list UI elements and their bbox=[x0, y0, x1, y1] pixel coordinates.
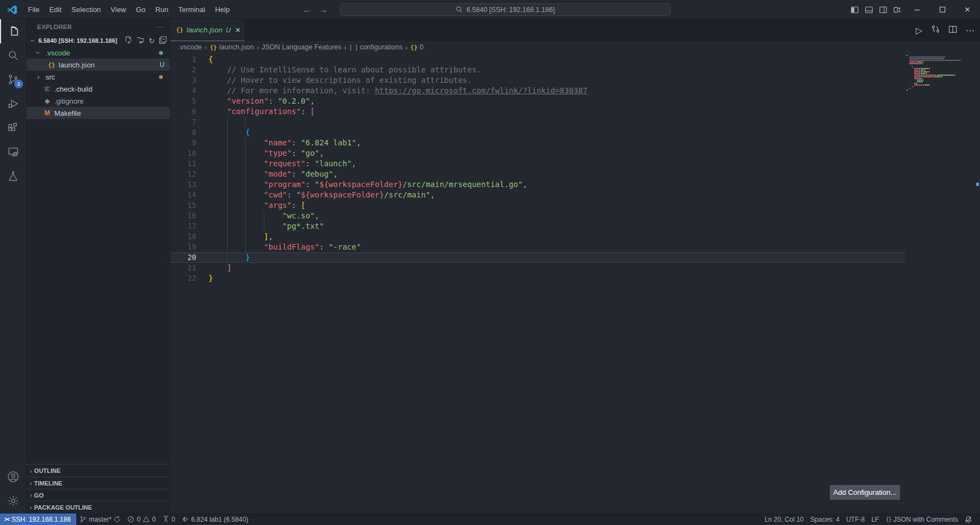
close-button[interactable]: ✕ bbox=[955, 0, 980, 19]
new-file-icon[interactable] bbox=[124, 36, 132, 46]
explorer-section-header[interactable]: › 6.5840 [SSH: 192.168.1.186] ↻ bbox=[26, 35, 170, 47]
code-line[interactable]: 17"pg*.txt" bbox=[171, 221, 905, 232]
line-number: 8 bbox=[171, 127, 196, 138]
menu-terminal[interactable]: Terminal bbox=[173, 3, 210, 17]
eol-sequence[interactable]: LF bbox=[868, 516, 882, 523]
maximize-button[interactable] bbox=[930, 0, 955, 19]
code-line[interactable]: 13"program": "${workspaceFolder}/src/mai… bbox=[171, 179, 905, 190]
activity-remote-explorer[interactable] bbox=[0, 140, 26, 164]
minimize-button[interactable]: ─ bbox=[904, 0, 930, 19]
split-editor-icon[interactable] bbox=[949, 25, 957, 36]
menu-edit[interactable]: Edit bbox=[44, 3, 66, 17]
indent-guide bbox=[227, 179, 246, 190]
minimap-token bbox=[914, 71, 920, 72]
token: "go" bbox=[301, 148, 320, 159]
code-line[interactable]: 12"mode": "debug", bbox=[171, 169, 905, 179]
section-outline[interactable]: ›OUTLINE bbox=[26, 465, 170, 477]
token: "pg*.txt" bbox=[282, 221, 324, 232]
section-label: GO bbox=[34, 492, 43, 499]
activity-testing[interactable] bbox=[0, 164, 26, 188]
code-line[interactable]: 8{ bbox=[171, 127, 905, 138]
account-icon[interactable] bbox=[0, 465, 26, 489]
code-line[interactable]: 2// Use IntelliSense to learn about poss… bbox=[171, 65, 905, 75]
window-controls: ─ ✕ bbox=[904, 0, 980, 19]
breadcrumb-item-0[interactable]: {}0 bbox=[410, 43, 423, 51]
code-line[interactable]: 6"configurations": [ bbox=[171, 106, 905, 117]
menu-view[interactable]: View bbox=[106, 3, 131, 17]
refresh-icon[interactable]: ↻ bbox=[149, 37, 155, 45]
code-line[interactable]: 11"request": "launch", bbox=[171, 159, 905, 169]
encoding[interactable]: UTF-8 bbox=[843, 516, 868, 523]
tab-close-icon[interactable]: ✕ bbox=[235, 26, 241, 34]
back-icon[interactable]: ← bbox=[303, 5, 311, 15]
minimap-line bbox=[906, 55, 969, 56]
notifications-bell-icon[interactable] bbox=[961, 516, 976, 523]
code-line[interactable]: 19"buildFlags": "-race" bbox=[171, 242, 905, 252]
activity-source-control[interactable]: 2 bbox=[0, 67, 26, 92]
code-line[interactable]: 5"version": "0.2.0", bbox=[171, 96, 905, 106]
customize-layout-icon[interactable] bbox=[890, 6, 904, 14]
more-actions-icon[interactable]: ⋯ bbox=[966, 25, 975, 36]
problems-item[interactable]: 0 0 bbox=[124, 516, 158, 523]
cursor-position[interactable]: Ln 20, Col 10 bbox=[761, 516, 807, 523]
tree-item-makefile[interactable]: MMakefile bbox=[26, 107, 170, 119]
menu-help[interactable]: Help bbox=[210, 3, 235, 17]
section-go[interactable]: ›GO bbox=[26, 489, 170, 501]
new-folder-icon[interactable] bbox=[137, 36, 144, 46]
collapse-all-icon[interactable] bbox=[159, 36, 167, 46]
minimap[interactable] bbox=[906, 55, 969, 91]
code-line[interactable]: 15"args": [ bbox=[171, 200, 905, 211]
activity-explorer[interactable] bbox=[0, 19, 26, 43]
code-line[interactable]: 1{ bbox=[171, 54, 905, 65]
code-line[interactable]: 3// Hover to view descriptions of existi… bbox=[171, 75, 905, 86]
section-timeline[interactable]: ›TIMELINE bbox=[26, 477, 170, 489]
code-line[interactable]: 20} bbox=[171, 252, 905, 263]
command-center-search[interactable]: 6.5840 [SSH: 192.168.1.186] bbox=[340, 3, 671, 16]
code-line[interactable]: 10"type": "go", bbox=[171, 148, 905, 159]
indentation[interactable]: Spaces: 4 bbox=[807, 516, 843, 523]
code-line[interactable]: 21] bbox=[171, 263, 905, 273]
tree-item-launch-json[interactable]: {}launch.jsonU bbox=[26, 59, 170, 71]
menu-selection[interactable]: Selection bbox=[66, 3, 105, 17]
breadcrumb-item-json-language-features[interactable]: JSON Language Features bbox=[262, 43, 341, 51]
section-package-outline[interactable]: ›PACKAGE OUTLINE bbox=[26, 501, 170, 513]
tree-item-gitignore[interactable]: ◆.gitignore bbox=[26, 95, 170, 107]
title-bar: FileEditSelectionViewGoRunTerminalHelp ←… bbox=[0, 0, 980, 19]
tab-launch-json[interactable]: {} launch.json U ✕ bbox=[171, 19, 245, 41]
activity-run-debug[interactable] bbox=[0, 92, 26, 116]
activity-search[interactable] bbox=[0, 43, 26, 67]
activity-extensions[interactable] bbox=[0, 116, 26, 140]
settings-gear-icon[interactable] bbox=[0, 489, 26, 513]
menu-run[interactable]: Run bbox=[150, 3, 173, 17]
code-line[interactable]: 16"wc.so", bbox=[171, 211, 905, 221]
forward-icon[interactable]: → bbox=[319, 5, 328, 15]
code-line[interactable]: 14"cwd": "${workspaceFolder}/src/main", bbox=[171, 190, 905, 200]
code-line[interactable]: 22} bbox=[171, 273, 905, 284]
tree-item-check-build[interactable]: .check-build bbox=[26, 83, 170, 95]
language-mode[interactable]: {} JSON with Comments bbox=[882, 516, 961, 523]
code-line[interactable]: 7 bbox=[171, 117, 905, 127]
editor[interactable]: 1{2// Use IntelliSense to learn about po… bbox=[171, 53, 980, 513]
open-changes-icon[interactable] bbox=[931, 25, 940, 36]
tree-item-src[interactable]: ›src bbox=[26, 71, 170, 83]
menu-file[interactable]: File bbox=[23, 3, 44, 17]
breadcrumb-item-configurations[interactable]: [ ]configurations bbox=[349, 43, 403, 51]
toggle-panel-icon[interactable] bbox=[862, 6, 876, 14]
run-button[interactable]: ▷ bbox=[916, 25, 922, 36]
code-line[interactable]: 4// For more information, visit: https:/… bbox=[171, 86, 905, 96]
minimap-token bbox=[914, 83, 915, 84]
breadcrumb-item-launch-json[interactable]: {}launch.json bbox=[209, 43, 254, 51]
toggle-sidebar-icon[interactable] bbox=[847, 6, 862, 14]
breadcrumb-item-vscode[interactable]: .vscode bbox=[178, 43, 202, 51]
debug-config-item[interactable]: 6.824 lab1 (6.5840) bbox=[179, 516, 252, 523]
menu-go[interactable]: Go bbox=[131, 3, 150, 17]
code-line[interactable]: 18], bbox=[171, 232, 905, 242]
remote-indicator[interactable]: >< SSH: 192.168.1.186 bbox=[0, 513, 76, 525]
git-branch-item[interactable]: master* bbox=[76, 516, 124, 523]
code-line[interactable]: 9"name": "6.824 lab1", bbox=[171, 138, 905, 148]
add-configuration-button[interactable]: Add Configuration... bbox=[830, 485, 900, 500]
ports-item[interactable]: 0 bbox=[159, 516, 179, 523]
toggle-secondary-sidebar-icon[interactable] bbox=[876, 6, 890, 14]
tree-item-vscode[interactable]: ›.vscode bbox=[26, 47, 170, 59]
views-more-actions-icon[interactable]: ⋯ bbox=[157, 24, 163, 31]
